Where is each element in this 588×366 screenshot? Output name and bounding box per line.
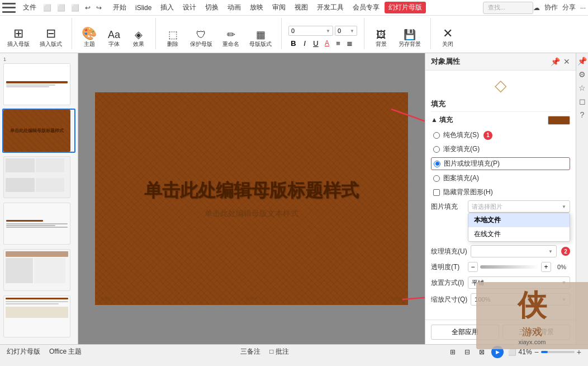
menu-item-review[interactable]: 审阅 — [268, 2, 290, 13]
slide-thumb-4[interactable] — [2, 201, 75, 246]
slide-title: 单击此处编辑母版标题样式 — [144, 179, 359, 203]
note-btn[interactable]: 三备注 — [238, 346, 263, 357]
zoom-fit-icon[interactable]: ⬜ — [508, 348, 516, 356]
insert-layout-btn[interactable]: ⊟ 插入版式 — [37, 26, 65, 49]
reset-btn[interactable]: 三 参考背景 — [502, 325, 571, 340]
transparency-bar[interactable] — [480, 265, 539, 269]
sidebar-shape-icon[interactable]: ◻ — [579, 97, 586, 106]
zoom-decrease-btn[interactable]: − — [534, 348, 539, 356]
bottom-buttons: 全部应用 三 参考背景 — [425, 320, 576, 344]
protect-icon: 🛡 — [196, 30, 206, 40]
menu-item-slidemaster[interactable]: 幻灯片母版 — [385, 2, 426, 13]
texture-fill-select[interactable]: ▼ — [471, 245, 557, 257]
toolbar-btn5[interactable]: ↪ — [93, 3, 105, 13]
view-outline-icon[interactable]: ⊟ — [462, 348, 472, 356]
font-size-selector[interactable]: 0 ▼ — [335, 26, 357, 36]
size-select[interactable]: 100% ▼ — [471, 293, 570, 306]
italic-btn[interactable]: I — [300, 38, 310, 48]
apply-all-btn[interactable]: 全部应用 — [431, 325, 499, 340]
placement-row: 放置方式(I) 平铺 ▼ — [431, 276, 570, 289]
effect-btn[interactable]: ◈ 效果 — [129, 29, 149, 49]
theme-btn[interactable]: 🎨 主题 — [79, 26, 99, 49]
transparency-row: 透明度(T) − + 0% — [431, 262, 570, 272]
fill-gradient-option[interactable]: 渐变填充(G) — [431, 143, 570, 155]
font-btn[interactable]: Aa 字体 — [104, 29, 124, 49]
font-color-btn[interactable]: A — [322, 38, 332, 48]
save-background-btn[interactable]: 💾 另存背景 — [396, 29, 424, 49]
search-box[interactable]: 查找... — [483, 2, 533, 14]
menu-item-switch[interactable]: 切换 — [201, 2, 222, 13]
background-icon: 🖼 — [376, 30, 386, 40]
background-btn[interactable]: 🖼 背景 — [371, 29, 391, 49]
pattern-radio — [433, 175, 440, 182]
underline-btn[interactable]: U — [311, 38, 321, 48]
menu-item-design[interactable]: 设计 — [179, 2, 200, 13]
view-grid-icon[interactable]: ⊠ — [477, 348, 487, 356]
insert-master-btn[interactable]: ⊞ 插入母版 — [4, 26, 32, 49]
comment-btn[interactable]: □ 批注 — [267, 346, 291, 357]
slide-thumb-1[interactable]: 1 — [2, 55, 75, 106]
toolbar-btn4[interactable]: ↩ — [82, 3, 93, 13]
menu-item-file[interactable]: 文件 — [19, 2, 40, 13]
hide-bg-checkbox — [433, 189, 440, 196]
rename-btn[interactable]: ✏ 重命名 — [220, 29, 242, 49]
bold-btn[interactable]: B — [288, 38, 298, 48]
fill-pattern-option[interactable]: 图案填充(A) — [431, 172, 570, 184]
slide-thumb-3[interactable] — [2, 155, 75, 199]
zoom-increase-btn[interactable]: + — [577, 348, 581, 356]
rename-icon: ✏ — [227, 30, 235, 40]
slide-thumb-6[interactable] — [2, 294, 75, 339]
menu-item-insert[interactable]: 插入 — [157, 2, 178, 13]
close-btn[interactable]: ✕ 关闭 — [438, 26, 458, 49]
menu-item-playback[interactable]: 放映 — [246, 2, 267, 13]
sidebar-star-icon[interactable]: ☆ — [578, 83, 586, 92]
fill-solid-option[interactable]: 纯色填充(S) 1 — [431, 129, 570, 141]
menu-item-start[interactable]: 开始 — [109, 2, 130, 13]
menu-item-devtools[interactable]: 开发工具 — [313, 2, 348, 13]
collab-btn[interactable]: 协作 — [544, 3, 558, 12]
trans-decrease-btn[interactable]: − — [468, 262, 478, 272]
effect-icon: ◈ — [135, 30, 143, 40]
list1-btn[interactable]: ≡ — [333, 38, 343, 48]
delete-btn[interactable]: ⬚ 删除 — [163, 29, 183, 49]
placement-select[interactable]: 平铺 ▼ — [468, 276, 570, 289]
sidebar-settings-icon[interactable]: ⚙ — [578, 70, 586, 79]
view-normal-icon[interactable]: ⊞ — [448, 348, 458, 356]
toolbar-btn1[interactable]: ⬜ — [40, 3, 54, 13]
menu-item-view[interactable]: 视图 — [291, 2, 312, 13]
status-right: ⊞ ⊟ ⊠ ⬜ 41% − + — [448, 346, 581, 358]
zoom-slider[interactable] — [541, 351, 575, 353]
fill-picture-option[interactable]: 图片或纹理填充(P) — [431, 157, 570, 170]
image-fill-select[interactable]: 请选择图片 ▼ — [468, 200, 570, 213]
zoom-value: 41% — [519, 348, 532, 356]
sidebar-pin-icon[interactable]: 📌 — [577, 57, 587, 65]
dropdown-local-file[interactable]: 本地文件 — [468, 213, 570, 227]
menu-item-animation[interactable]: 动画 — [224, 2, 245, 13]
slide-thumb-2[interactable]: 单击此处编辑母版标题样式 — [2, 109, 75, 153]
size-row: 缩放尺寸(Q) 100% ▼ — [431, 293, 570, 306]
play-button[interactable] — [491, 346, 504, 358]
menu-item-member[interactable]: 会员专享 — [349, 2, 383, 13]
master-format-btn[interactable]: ▦ 母版版式 — [246, 29, 274, 49]
toolbar-btn3[interactable]: ⬜ — [68, 3, 82, 13]
hide-bg-option[interactable]: 隐藏背景图形(H) — [431, 186, 570, 198]
font-icon: Aa — [108, 30, 120, 40]
share-btn[interactable]: 分享 — [562, 3, 576, 12]
app-logo[interactable] — [2, 3, 16, 13]
more-btn[interactable]: ··· — [580, 4, 586, 12]
cloud-btn[interactable]: ☁ — [533, 4, 540, 12]
list2-btn[interactable]: ≣ — [344, 38, 354, 48]
sidebar-help-icon[interactable]: ? — [580, 110, 585, 119]
slide-thumb-5[interactable] — [2, 248, 75, 292]
font-name-selector[interactable]: 0 ▼ — [288, 26, 333, 36]
trans-increase-btn[interactable]: + — [541, 262, 551, 272]
fill-color-swatch[interactable] — [548, 116, 570, 125]
pin-icon[interactable]: 📌 — [551, 57, 560, 66]
badge-1: 1 — [483, 131, 492, 140]
toolbar-btn2[interactable]: ⬜ — [54, 3, 68, 13]
sep3 — [281, 18, 282, 49]
dropdown-online-file[interactable]: 在线文件 — [468, 227, 570, 241]
protect-master-btn[interactable]: 🛡 保护母版 — [187, 29, 215, 49]
menu-item-islide[interactable]: iSlide — [131, 3, 155, 13]
close-panel-icon[interactable]: ✕ — [563, 57, 570, 66]
